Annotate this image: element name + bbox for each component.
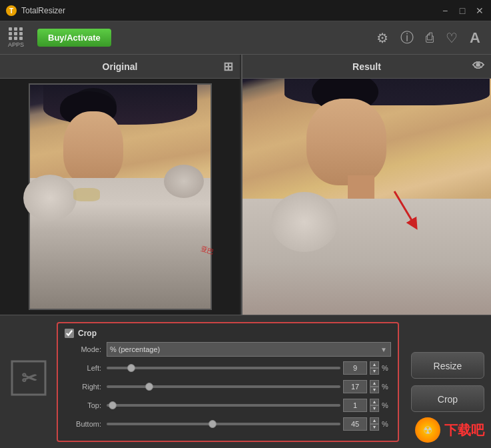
heart-icon[interactable]: ♡	[443, 27, 460, 49]
watermark-area: ☢ 下载吧	[415, 417, 484, 443]
info-icon[interactable]: ⓘ	[398, 26, 416, 49]
right-value-input[interactable]: 17	[343, 380, 367, 393]
title-bar: T TotalResizer − □ ✕	[0, 0, 491, 21]
top-label: Top:	[65, 401, 101, 409]
top-row: Top: 1 ▲ ▼ %	[65, 398, 391, 413]
crop-settings-panel: Crop Mode: % (percentage) Left: 9 ▲	[57, 322, 399, 442]
panel-icon[interactable]: ⊞	[223, 59, 233, 74]
bottom-unit: %	[382, 420, 391, 428]
crop-button[interactable]: Crop	[411, 385, 484, 412]
left-label: Left:	[65, 364, 101, 372]
resize-button[interactable]: Resize	[411, 352, 484, 379]
mode-select[interactable]: % (percentage)	[107, 342, 391, 357]
bottom-spin-buttons: ▲ ▼	[370, 417, 379, 431]
right-increment-button[interactable]: ▲	[370, 380, 379, 387]
bottom-decrement-button[interactable]: ▼	[370, 424, 379, 431]
crop-logo: ✂	[7, 358, 50, 406]
action-buttons-area: Resize Crop	[411, 352, 484, 412]
minimize-button[interactable]: −	[439, 5, 451, 17]
top-spin-buttons: ▲ ▼	[370, 399, 379, 412]
apps-label: APPS	[8, 41, 24, 48]
left-unit: %	[382, 364, 391, 372]
result-label: Result	[352, 61, 381, 72]
font-icon[interactable]: A	[467, 27, 483, 49]
close-button[interactable]: ✕	[474, 5, 486, 17]
right-slider[interactable]	[107, 385, 340, 388]
red-arrow	[384, 181, 424, 235]
original-header: Original ⊞	[0, 55, 240, 79]
left-row: Left: 9 ▲ ▼ %	[65, 361, 391, 375]
right-decrement-button[interactable]: ▼	[370, 387, 379, 393]
bottom-controls: ✂ Crop Mode: % (percentage) Left:	[0, 315, 491, 448]
crop-title: Crop	[78, 329, 97, 338]
result-image	[243, 79, 491, 315]
app-icon: T	[5, 5, 17, 17]
right-unit: %	[382, 383, 391, 391]
right-label: Right:	[65, 383, 101, 391]
apps-area[interactable]: APPS	[8, 27, 24, 48]
buy-activate-button[interactable]: Buy/Activate	[37, 29, 111, 47]
share-icon[interactable]: ⎙	[423, 27, 436, 48]
app-title: TotalResizer	[21, 6, 439, 15]
left-spin-buttons: ▲ ▼	[370, 361, 379, 375]
left-decrement-button[interactable]: ▼	[370, 368, 379, 375]
top-increment-button[interactable]: ▲	[370, 399, 379, 405]
maximize-button[interactable]: □	[456, 5, 468, 17]
original-image-area: 亚巴	[0, 79, 240, 315]
top-slider[interactable]	[107, 404, 340, 407]
right-spin-buttons: ▲ ▼	[370, 380, 379, 393]
top-value-input[interactable]: 1	[343, 399, 367, 412]
svg-line-3	[394, 191, 414, 225]
original-image: 亚巴	[29, 83, 212, 310]
toolbar: APPS Buy/Activate ⚙ ⓘ ⎙ ♡ A	[0, 21, 491, 55]
result-header: Result 👁	[243, 55, 491, 79]
right-slider-wrapper: 17 ▲ ▼ %	[107, 380, 391, 393]
left-increment-button[interactable]: ▲	[370, 361, 379, 368]
original-panel: Original ⊞ 亚巴	[0, 55, 240, 315]
window-controls: − □ ✕	[439, 5, 486, 17]
left-value-input[interactable]: 9	[343, 361, 367, 375]
result-panel: Result 👁	[241, 55, 491, 315]
watermark-logo: ☢	[415, 417, 440, 443]
crop-checkbox[interactable]	[65, 329, 74, 338]
bottom-label: Buttom:	[65, 420, 101, 428]
mode-label: Mode:	[65, 345, 101, 353]
top-unit: %	[382, 401, 391, 409]
right-row: Right: 17 ▲ ▼ %	[65, 379, 391, 394]
crop-title-row: Crop	[65, 329, 391, 338]
crop-icon: ✂	[9, 358, 49, 398]
eye-icon[interactable]: 👁	[472, 59, 484, 73]
bottom-row: Buttom: 45 ▲ ▼ %	[65, 417, 391, 431]
settings-icon[interactable]: ⚙	[374, 27, 391, 49]
main-content: Original ⊞ 亚巴	[0, 55, 491, 448]
mode-select-wrapper: % (percentage)	[107, 342, 391, 357]
bottom-slider[interactable]	[107, 423, 340, 425]
original-label: Original	[103, 61, 138, 72]
apps-grid-icon	[9, 27, 23, 40]
left-slider-wrapper: 9 ▲ ▼ %	[107, 361, 391, 375]
watermark-text: 下载吧	[444, 421, 484, 439]
mode-row: Mode: % (percentage)	[65, 342, 391, 357]
left-slider[interactable]	[107, 367, 340, 369]
bottom-slider-wrapper: 45 ▲ ▼ %	[107, 417, 391, 431]
top-decrement-button[interactable]: ▼	[370, 405, 379, 412]
svg-text:✂: ✂	[21, 368, 37, 389]
svg-text:T: T	[9, 7, 13, 15]
bottom-value-input[interactable]: 45	[343, 417, 367, 431]
result-image-area	[243, 79, 491, 315]
bottom-increment-button[interactable]: ▲	[370, 417, 379, 424]
top-slider-wrapper: 1 ▲ ▼ %	[107, 399, 391, 412]
